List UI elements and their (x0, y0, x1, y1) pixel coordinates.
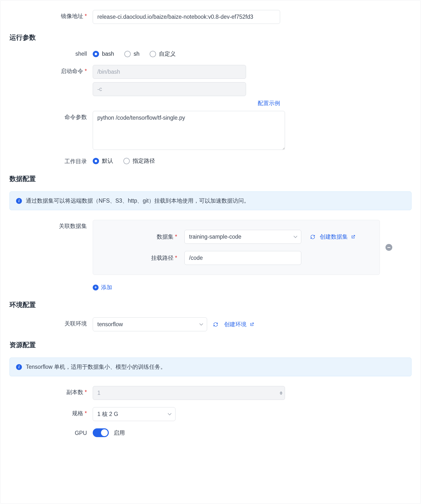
spec-select-input[interactable] (93, 407, 175, 421)
dataset-label: 数据集 (100, 233, 181, 241)
remove-dataset-button[interactable] (385, 244, 392, 251)
external-link-icon (351, 234, 356, 239)
startup-arg-input (93, 82, 246, 96)
refresh-icon[interactable] (310, 234, 316, 240)
image-address-label: 镜像地址 (8, 10, 93, 20)
workdir-radio-group: 默认 指定路径 (93, 157, 155, 165)
number-stepper (280, 391, 283, 395)
radio-icon (123, 158, 130, 164)
shell-radio-custom[interactable]: 自定义 (150, 50, 176, 58)
plus-icon: + (93, 285, 99, 290)
mount-path-label: 挂载路径 (100, 254, 181, 262)
gpu-label: GPU (8, 428, 93, 436)
info-icon: i (16, 364, 22, 370)
shell-radio-bash[interactable]: bash (93, 51, 114, 57)
data-config-title: 数据配置 (9, 174, 413, 183)
env-config-title: 环境配置 (9, 300, 413, 309)
cmd-args-textarea[interactable]: python /code/tensorflow/tf-single.py (93, 111, 285, 150)
shell-label: shell (8, 50, 93, 57)
stepper-up-icon (280, 391, 283, 393)
startup-cmd-input (93, 65, 246, 79)
workdir-radio-default[interactable]: 默认 (93, 157, 113, 165)
env-select-input[interactable] (93, 317, 207, 331)
info-text: 通过数据集可以将远端数据（NFS、S3、http、git）挂载到本地使用，可以加… (26, 197, 249, 205)
replicas-label: 副本数 (8, 386, 93, 396)
radio-icon (93, 158, 99, 164)
data-config-info: i 通过数据集可以将远端数据（NFS、S3、http、git）挂载到本地使用，可… (9, 191, 412, 210)
add-dataset-button[interactable]: + 添加 (93, 284, 112, 291)
resource-config-info: i Tensorflow 单机，适用于数据集小、模型小的训练任务。 (9, 358, 412, 376)
radio-label: bash (102, 51, 114, 57)
create-env-link[interactable]: 创建环境 (224, 321, 254, 328)
config-example-link[interactable]: 配置示例 (121, 99, 280, 107)
info-text: Tensorflow 单机，适用于数据集小、模型小的训练任务。 (26, 363, 166, 371)
gpu-status: 启用 (114, 429, 125, 437)
env-select[interactable] (93, 317, 207, 331)
cmd-args-label: 命令参数 (8, 111, 93, 121)
workdir-label: 工作目录 (8, 157, 93, 165)
resource-config-title: 资源配置 (9, 341, 413, 349)
refresh-icon[interactable] (212, 321, 219, 328)
dataset-select-input[interactable] (184, 230, 301, 244)
assoc-env-label: 关联环境 (8, 317, 93, 327)
mount-path-input[interactable] (184, 251, 301, 265)
create-dataset-link[interactable]: 创建数据集 (320, 233, 356, 241)
stepper-down-icon (280, 393, 283, 395)
dataset-select[interactable] (184, 230, 301, 244)
shell-radio-group: bash sh 自定义 (93, 50, 176, 58)
radio-icon (150, 51, 156, 57)
radio-label: 自定义 (159, 50, 176, 58)
info-icon: i (16, 198, 22, 204)
assoc-dataset-label: 关联数据集 (8, 220, 93, 230)
spec-label: 规格 (8, 407, 93, 417)
startup-cmd-label: 启动命令 (8, 65, 93, 75)
shell-radio-sh[interactable]: sh (124, 51, 139, 57)
radio-label: 默认 (102, 157, 113, 165)
spec-select[interactable] (93, 407, 175, 421)
image-address-input[interactable] (93, 10, 280, 24)
external-link-icon (249, 322, 254, 327)
replicas-input (93, 386, 285, 400)
gpu-toggle[interactable] (93, 428, 109, 437)
radio-icon (124, 51, 131, 57)
radio-icon (93, 51, 99, 57)
run-params-title: 运行参数 (9, 33, 413, 42)
radio-label: sh (134, 51, 139, 57)
workdir-radio-custom[interactable]: 指定路径 (123, 157, 155, 165)
dataset-box: 数据集 创建数据集 (93, 220, 380, 275)
radio-label: 指定路径 (133, 157, 155, 165)
